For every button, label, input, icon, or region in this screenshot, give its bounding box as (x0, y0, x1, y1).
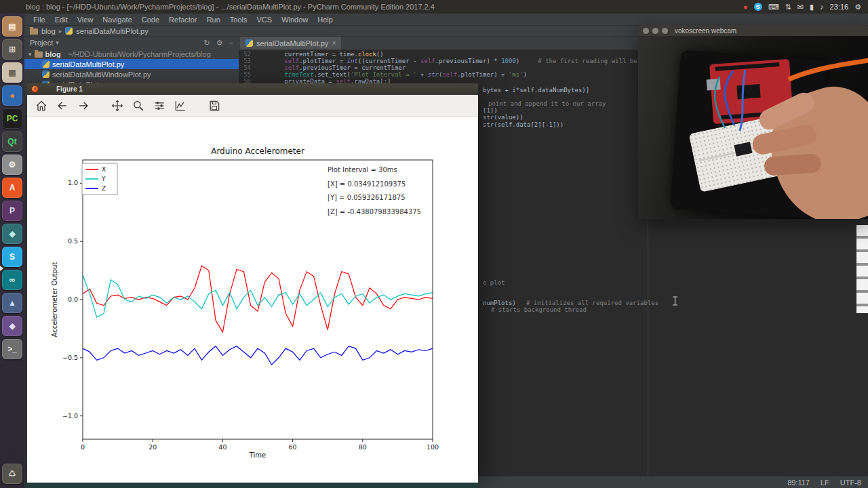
keyboard-indicator-icon[interactable]: ⌨ (768, 0, 779, 14)
editor-tab-label: serialDataMultiPlot.py (256, 39, 328, 47)
pan-button[interactable] (108, 97, 126, 115)
close-tab-icon[interactable]: × (332, 39, 336, 47)
menu-view[interactable]: View (73, 16, 98, 24)
home-button[interactable] (33, 97, 50, 115)
back-button[interactable] (54, 97, 71, 115)
subplots-button[interactable] (151, 97, 168, 115)
caret-position[interactable]: 89:117 (787, 479, 810, 487)
teal-app-icon[interactable]: ◆ (2, 224, 22, 244)
jumper-wire (725, 71, 734, 125)
svg-text:[Y] = 0.059326171875: [Y] = 0.059326171875 (328, 194, 406, 201)
forward-button[interactable] (75, 97, 92, 115)
svg-text:Arduino Accelerometer: Arduino Accelerometer (211, 146, 304, 156)
active-app-arrow-icon (0, 266, 3, 271)
folder-icon (35, 52, 43, 58)
python-file-icon (65, 27, 73, 35)
breadcrumb-root[interactable]: blog (41, 27, 56, 35)
usb-cable (789, 60, 868, 79)
chart-canvas: 020406080100−1.0−0.50.00.51.0Arduino Acc… (27, 117, 478, 483)
svg-text:Accelerometer Output: Accelerometer Output (51, 262, 58, 338)
purple-app-icon[interactable]: P (2, 201, 22, 221)
svg-text:100: 100 (427, 443, 439, 451)
menu-help[interactable]: Help (313, 16, 338, 24)
chevron-right-icon: ▸ (59, 28, 62, 35)
svg-text:80: 80 (359, 443, 367, 451)
menu-bar: FileEditViewNavigateCodeRefactorRunTools… (24, 14, 868, 26)
maximize-button[interactable] (662, 28, 668, 34)
menu-refactor[interactable]: Refactor (164, 16, 202, 24)
chevron-down-icon[interactable]: ▾ (56, 39, 59, 46)
webcam-title: vokoscreen webcam (675, 27, 736, 35)
python-file-icon (245, 39, 253, 47)
svg-text:60: 60 (289, 443, 297, 451)
webcam-titlebar[interactable]: vokoscreen webcam (638, 25, 868, 36)
close-button[interactable] (643, 28, 649, 34)
pycharm-icon[interactable]: PC (2, 108, 22, 129)
arduino-icon[interactable]: ∞ (2, 270, 22, 290)
collapse-all-icon[interactable]: − (229, 39, 233, 47)
menu-edit[interactable]: Edit (50, 16, 73, 24)
hand-finger (764, 153, 822, 176)
menu-code[interactable]: Code (137, 16, 164, 24)
customize-button[interactable] (172, 97, 189, 115)
sound-indicator-icon[interactable]: ♪ (820, 0, 824, 14)
jumper-wire (740, 70, 745, 131)
save-button[interactable] (205, 97, 223, 115)
svg-text:1.0: 1.0 (68, 179, 78, 186)
blue-app-icon[interactable]: ▲ (2, 293, 22, 313)
svg-text:X: X (102, 166, 106, 173)
figure-toolbar (27, 95, 478, 117)
python-file-icon (42, 70, 50, 78)
background-window-edge (856, 225, 868, 313)
tree-item-serialDataMultiWindowPlot.py[interactable]: serialDataMultiWindowPlot.py (24, 69, 239, 79)
menu-tools[interactable]: Tools (225, 16, 252, 24)
record-indicator-icon[interactable]: ● (743, 0, 748, 14)
menu-file[interactable]: File (28, 16, 50, 24)
menu-navigate[interactable]: Navigate (98, 16, 136, 24)
text-cursor (672, 296, 678, 308)
expander-icon[interactable]: ▾ (28, 51, 32, 58)
svg-text:−0.5: −0.5 (62, 354, 78, 361)
sync-icon[interactable]: ↻ (203, 39, 210, 47)
settings-app-icon[interactable]: ⚙ (2, 155, 22, 175)
file-encoding[interactable]: UTF-8 (840, 479, 861, 487)
close-button[interactable]: × (31, 85, 39, 93)
breadcrumb-file[interactable]: serialDataMultiPlot.py (76, 27, 148, 35)
session-menu-icon[interactable]: ⚙ (854, 0, 861, 14)
archive-manager-icon[interactable]: ▦ (2, 62, 22, 83)
clock[interactable]: 23:16 (830, 3, 849, 11)
mail-indicator-icon[interactable]: ✉ (797, 0, 804, 14)
webcam-window: vokoscreen webcam (638, 25, 868, 219)
line-separator[interactable]: LF (821, 479, 829, 487)
figure-titlebar[interactable]: × Figure 1 (27, 83, 478, 95)
zoom-button[interactable] (130, 97, 147, 115)
trash-icon[interactable]: ♺ (2, 464, 22, 484)
minimize-button[interactable] (652, 28, 658, 34)
ubuntu-software-icon[interactable]: A (2, 178, 22, 198)
accelerometer-chart: 020406080100−1.0−0.50.00.51.0Arduino Acc… (27, 117, 478, 483)
workspace-switcher-icon[interactable]: ⊞ (2, 39, 22, 60)
skype-icon[interactable]: S (2, 247, 22, 267)
violet-app-icon[interactable]: ◆ (2, 316, 22, 336)
terminal-app-icon[interactable]: >_ (2, 339, 22, 359)
battery-indicator-icon[interactable]: ▮ (810, 0, 814, 14)
editor-tab[interactable]: serialDataMultiPlot.py × (240, 37, 341, 49)
menu-vcs[interactable]: VCS (252, 16, 277, 24)
svg-text:20: 20 (149, 443, 157, 451)
qtcreator-icon[interactable]: Qt (2, 131, 22, 152)
bottom-strip (24, 483, 479, 488)
figure-window: × Figure 1 (27, 83, 478, 483)
desktop: blog : blog - [~/HDD-Ubuntu/Work/Pycharm… (0, 0, 868, 488)
project-panel-title[interactable]: Project (30, 39, 53, 47)
menu-run[interactable]: Run (202, 16, 225, 24)
tree-item-blog[interactable]: ▾blog~/HDD-Ubuntu/Work/PycharmProjects/b… (24, 49, 239, 59)
firefox-icon[interactable]: ● (2, 85, 22, 106)
svg-text:−1.0: −1.0 (62, 412, 78, 420)
tree-item-serialDataMultiPlot.py[interactable]: serialDataMultiPlot.py (24, 59, 239, 69)
svg-text:40: 40 (218, 443, 226, 451)
files-icon[interactable]: ▤ (2, 16, 22, 37)
skype-indicator-icon[interactable]: S (754, 3, 762, 11)
settings-icon[interactable]: ⚙ (216, 39, 223, 47)
network-indicator-icon[interactable]: ⇅ (785, 0, 791, 14)
menu-window[interactable]: Window (277, 16, 313, 24)
